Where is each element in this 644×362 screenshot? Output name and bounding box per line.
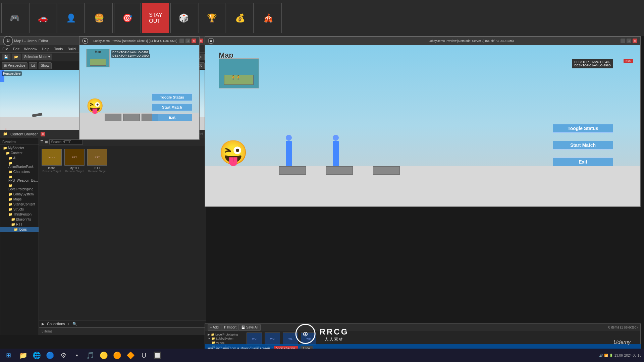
menu-help[interactable]: Help: [42, 47, 50, 51]
collections-search-icon[interactable]: 🔍: [72, 322, 77, 326]
cb-search-input[interactable]: [49, 139, 83, 144]
sidebar-item-fps[interactable]: 📁 FPS_Weapon_Bu...: [0, 174, 39, 183]
menu-tools[interactable]: Tools: [54, 47, 63, 51]
server-cb-import-button[interactable]: ⬆ Import: [221, 324, 239, 331]
client1-minimize-button[interactable]: –: [179, 39, 184, 43]
server-minimize-button[interactable]: –: [621, 39, 625, 43]
sidebar-item-levelproto[interactable]: 📁 LevelPrototyping: [0, 183, 39, 192]
menu-window[interactable]: Window: [24, 47, 37, 51]
app-thumb-7[interactable]: 🎲: [170, 3, 197, 33]
sidebar-item-icons[interactable]: 📁 Icons: [0, 227, 39, 232]
server-platform-1: [279, 166, 306, 175]
server-close-button[interactable]: ×: [633, 39, 637, 43]
server-viewport[interactable]: Map 🧍🧍 DESKTOP-61AV4LO-3482 DESKTOP-61AV…: [205, 45, 640, 206]
asset-item-rtt[interactable]: RTT RTT Rename Target: [87, 149, 107, 173]
logo-brand: RRCG: [320, 327, 349, 337]
windows-start-button[interactable]: ⊞: [0, 349, 17, 362]
menu-file[interactable]: File: [2, 47, 8, 51]
client1-close-button[interactable]: ×: [192, 39, 196, 43]
stay-out-thumb[interactable]: STAYOUT: [142, 3, 169, 33]
app-thumb-5[interactable]: 🎯: [114, 3, 141, 33]
taskbar-app10[interactable]: 🔲: [151, 349, 164, 362]
server-maximize-button[interactable]: □: [627, 39, 631, 43]
viewport-label-text: Perspective: [2, 71, 22, 76]
sidebar-item-thirdperson[interactable]: 📁 ThirdPerson: [0, 212, 39, 217]
sidebar-item-characters[interactable]: 📁 Characters: [0, 169, 39, 174]
app-thumb-1[interactable]: 🎮: [1, 3, 28, 33]
app-thumb-3[interactable]: 👤: [58, 3, 85, 33]
cb-close-button[interactable]: ×: [41, 132, 45, 136]
server-emoji: 😜: [219, 139, 248, 166]
server-toggle-button[interactable]: Toogle Status: [553, 124, 613, 133]
app-thumb-8[interactable]: 🏆: [199, 3, 225, 33]
app-thumb-10[interactable]: 🎪: [255, 3, 282, 33]
sidebar-item-lobbysystem[interactable]: 📁 LobbySystem: [0, 192, 39, 197]
collections-add-icon[interactable]: +: [68, 322, 70, 326]
taskbar-app6[interactable]: 🟡: [97, 349, 110, 362]
sidebar-item-blueprints[interactable]: 📁 Blueprints: [0, 217, 39, 222]
sidebar-item-startercontent[interactable]: 📁 StarterContent: [0, 202, 39, 207]
cb-sidebar: Favorites 📁 MyShooter 📁 Content 📁 AI 📁 A…: [0, 138, 39, 335]
collections-bar: ▶ Collections + 🔍: [39, 320, 206, 327]
udemy-label: Udemy: [613, 339, 631, 345]
selection-mode-button[interactable]: Selection Mode ▾: [22, 54, 52, 60]
client1-viewport[interactable]: Map DESKTOP-61AV4LO-3482 DESKTOP-61AV4LO…: [79, 45, 199, 139]
cb-title: Content Browser: [10, 132, 38, 136]
server-cb-add-button[interactable]: + Add: [208, 324, 221, 331]
server-player1-label: DESKTOP-61AV4LO-3482: [574, 60, 611, 64]
server-platform-3: [373, 166, 400, 175]
sidebar-item-animpack[interactable]: 📁 AnimStarterPack: [0, 161, 39, 169]
taskbar-explorer[interactable]: 📁: [17, 349, 30, 362]
windows-taskbar: ⊞ 📁 🌐 🔵 ⚙ ▪ 🎵 🟡 🟠 🔶 U 🔲 🔊 📶 🔋 13:06 2024…: [0, 349, 644, 362]
client1-maximize-button[interactable]: □: [185, 39, 190, 43]
taskbar-terminal[interactable]: ▪: [70, 349, 83, 362]
show-button[interactable]: Show: [39, 62, 52, 69]
server-ground: [205, 166, 640, 206]
taskbar-chrome[interactable]: 🔵: [44, 349, 56, 362]
sidebar-item-content[interactable]: 📁 Content: [0, 150, 39, 156]
sidebar-item-maps[interactable]: 📁 Maps: [0, 197, 39, 202]
server-cb-saveall-button[interactable]: 💾 Save All: [239, 324, 261, 331]
lit-button[interactable]: Lit: [29, 62, 37, 69]
sidebar-item-structs[interactable]: 📁 Structs: [0, 207, 39, 212]
taskbar-edge[interactable]: 🌐: [30, 349, 43, 362]
import-button[interactable]: 📂: [12, 54, 20, 60]
taskbar-app8[interactable]: 🔶: [124, 349, 137, 362]
sidebar-item-myshooter[interactable]: 📁 MyShooter: [0, 145, 39, 150]
perspective-button[interactable]: ⊞ Perspective: [2, 62, 28, 69]
asset-label-myrtt: MyRTT: [64, 166, 85, 170]
server-folder-levelproto[interactable]: ▶ 📁 LevelPrototyping: [206, 333, 244, 337]
server-folder-lobbysystem[interactable]: ▼ 📁 LobbySystem: [206, 337, 244, 341]
logo-subtitle: 人人素材: [320, 337, 349, 342]
sidebar-item-ai[interactable]: 📁 AI: [0, 156, 39, 161]
taskbar-unreal[interactable]: U: [138, 349, 150, 362]
taskbar-spotify[interactable]: 🎵: [84, 349, 97, 362]
asset-item-icons[interactable]: Icons Icons Rename Target: [42, 149, 62, 173]
filter-icon[interactable]: ⊞: [45, 140, 48, 144]
app-thumb-4[interactable]: 🍔: [86, 3, 113, 33]
cb-main: ☰ ⊞ Icons Icons Rename Target: [39, 138, 206, 335]
menu-edit[interactable]: Edit: [13, 47, 19, 51]
view-options-icon[interactable]: ☰: [40, 140, 44, 144]
server-exit-button[interactable]: Exit: [553, 158, 613, 166]
sidebar-item-rtt[interactable]: 📁 RTT: [0, 222, 39, 227]
selection-mode-dropdown-icon[interactable]: ▾: [48, 55, 50, 59]
save-button[interactable]: 💾: [2, 54, 10, 60]
cb-items-count: 3 items: [42, 329, 52, 333]
client1-start-button[interactable]: Start Match: [152, 104, 192, 111]
server-start-button[interactable]: Start Match: [553, 141, 613, 149]
server-kick-button[interactable]: Kick: [624, 59, 633, 63]
server-platform-2: [326, 166, 353, 175]
client1-exit-button[interactable]: Exit: [152, 114, 192, 121]
content-browser: 📁 Content Browser × + Add ⬆ Import 💾 Sav…: [0, 130, 206, 335]
taskbar-app7[interactable]: 🟠: [111, 349, 123, 362]
app-thumb-2[interactable]: 🚗: [30, 3, 56, 33]
taskbar-settings[interactable]: ⚙: [57, 349, 70, 362]
asset-item-myrtt[interactable]: RTT MyRTT Rename Target: [64, 149, 85, 173]
app-thumb-9[interactable]: 💰: [227, 3, 254, 33]
client1-toggle-button[interactable]: Toogle Status: [152, 94, 192, 101]
server-figure-2: [333, 141, 339, 168]
collections-expand-icon[interactable]: ▶: [42, 322, 44, 326]
menu-build[interactable]: Build: [67, 47, 75, 51]
favorites-label: Favorites: [0, 139, 39, 145]
